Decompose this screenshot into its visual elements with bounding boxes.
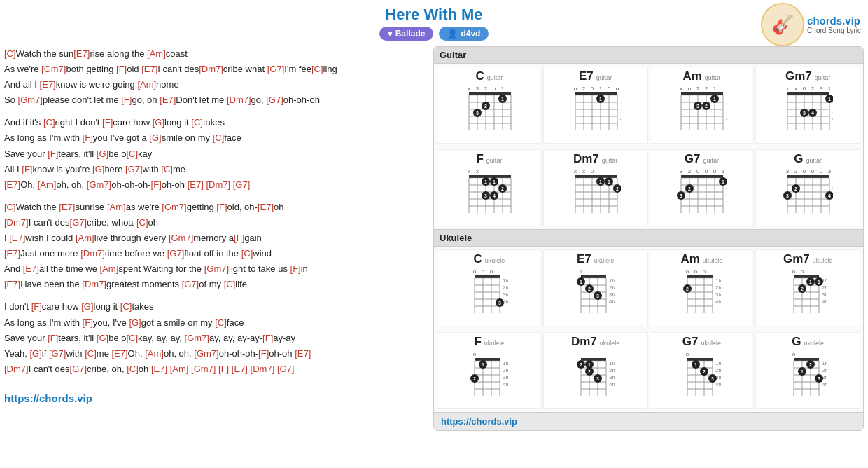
lyrics-line: I [E7]wish I could [Am]live through ever… xyxy=(4,230,426,246)
svg-text:2: 2 xyxy=(794,168,798,174)
lyric-text: So xyxy=(4,95,18,105)
svg-text:1fr: 1fr xyxy=(832,177,833,184)
svg-rect-361 xyxy=(794,358,819,361)
chord-am-diagram: x o 2 2 1 o xyxy=(676,83,727,141)
svg-text:4fr: 4fr xyxy=(832,198,833,205)
chord-inline: [C] xyxy=(161,164,173,174)
lyric-text: oh-oh xyxy=(162,179,188,190)
chord-inline: [G7] xyxy=(125,164,143,174)
lyric-text: go, xyxy=(251,95,267,105)
svg-rect-220 xyxy=(475,275,500,278)
chord-inline: [G] xyxy=(29,348,41,359)
lyrics-spacer xyxy=(4,193,426,200)
svg-rect-86 xyxy=(788,92,830,95)
lyric-text: in xyxy=(301,263,308,274)
svg-text:2: 2 xyxy=(696,85,700,92)
svg-text:1: 1 xyxy=(809,280,812,284)
svg-text:4fr: 4fr xyxy=(620,198,621,205)
svg-text:2: 2 xyxy=(616,186,619,191)
svg-text:2: 2 xyxy=(588,369,591,374)
lyric-text: Have been the xyxy=(20,279,82,289)
svg-text:2fr: 2fr xyxy=(715,367,721,373)
chord-inline: [Dm7] xyxy=(251,364,275,374)
svg-text:o: o xyxy=(694,268,698,275)
chord-inline: [F] xyxy=(48,149,58,159)
chord-c-diagram: x 3 2 o 1 o xyxy=(464,83,514,141)
lyric-text: me xyxy=(173,164,186,174)
svg-text:2: 2 xyxy=(582,85,585,92)
lyric-text: cribe, whoa- xyxy=(87,217,136,228)
svg-text:4fr: 4fr xyxy=(609,381,615,387)
svg-text:3: 3 xyxy=(786,168,790,174)
svg-text:2: 2 xyxy=(580,362,582,367)
svg-text:3fr: 3fr xyxy=(822,291,827,298)
chord-f-diagram: x x 1fr xyxy=(464,166,514,223)
chord-inline: [F] xyxy=(262,333,273,343)
chord-inline: [G7] xyxy=(277,364,295,374)
chord-inline: [E7] xyxy=(141,64,158,74)
svg-text:3fr: 3fr xyxy=(514,109,514,115)
svg-text:2fr: 2fr xyxy=(726,102,727,108)
svg-text:3fr: 3fr xyxy=(503,374,508,380)
svg-text:1: 1 xyxy=(608,179,610,184)
svg-text:0: 0 xyxy=(803,168,806,174)
svg-text:o: o xyxy=(473,351,477,357)
badges: ♥ Ballade 👤 d4vd xyxy=(0,27,868,41)
chord-inline: [Gm7] xyxy=(18,95,43,105)
svg-text:o: o xyxy=(686,351,690,357)
chord-inline: [E7] xyxy=(160,95,176,105)
lyrics-line: [Dm7]I can't des[G7]cribe, whoa-[C]oh xyxy=(4,215,426,230)
svg-rect-139 xyxy=(575,175,617,178)
logo: 🎸 chords.vip Chord Song Lyric xyxy=(761,3,861,46)
svg-text:o: o xyxy=(510,85,513,92)
guitar-section-title: Guitar xyxy=(434,47,863,64)
svg-text:2: 2 xyxy=(473,376,476,381)
chord-inline: [Gm7] xyxy=(191,364,216,374)
logo-icon: 🎸 xyxy=(761,3,804,46)
svg-text:0: 0 xyxy=(607,85,610,92)
chord-inline: [G7] xyxy=(233,179,251,190)
lyric-text: And xyxy=(4,263,23,274)
chord-am-name: Am xyxy=(682,69,701,83)
svg-text:x: x xyxy=(476,168,479,174)
lyrics-spacer xyxy=(4,377,426,384)
svg-text:3fr: 3fr xyxy=(514,191,514,198)
lyric-text: care how xyxy=(113,117,152,128)
logo-subtitle: Chord Song Lyric xyxy=(807,27,861,34)
chord-inline: [Dm7] xyxy=(80,248,105,259)
svg-text:1: 1 xyxy=(713,85,717,92)
chord-e7-diagram: o 2 0 1 0 o xyxy=(570,83,621,141)
svg-rect-260 xyxy=(687,275,713,278)
lyrics-line: [E7]Just one more [Dm7]time before we [G… xyxy=(4,246,426,261)
chord-gm7-guitar: Gm7 guitar x x 0 2 3 1 xyxy=(755,67,860,144)
lyric-text: Yeah, xyxy=(4,348,29,359)
guitar-chords-row2: F guitar x x xyxy=(434,146,863,229)
chord-inline: [F] xyxy=(31,301,42,312)
svg-text:4fr: 4fr xyxy=(832,116,833,122)
lyrics-line: As long as I'm with [F]you, I've [G]got … xyxy=(4,315,426,331)
lyric-text: you I've got a xyxy=(93,132,150,143)
svg-rect-110 xyxy=(469,175,511,178)
lyric-text: be o xyxy=(108,333,126,343)
lyric-text: greatest moments xyxy=(106,279,182,289)
lyric-text: oh xyxy=(139,364,151,374)
lyric-text: home xyxy=(156,79,179,90)
svg-text:1: 1 xyxy=(501,85,505,92)
chord-inline: [Dm7] xyxy=(4,217,29,228)
chord-inline: [C] xyxy=(191,117,203,128)
lyric-text: cribe, oh, xyxy=(87,364,127,374)
ukulele-section-title: Ukulele xyxy=(434,229,863,247)
lyrics-panel: [C]Watch the sun[E7]rise along the [Am]c… xyxy=(4,46,426,431)
svg-text:2fr: 2fr xyxy=(503,367,508,373)
svg-text:3: 3 xyxy=(498,301,501,305)
lyric-text: All I xyxy=(4,164,22,174)
lyric-text: with xyxy=(143,164,162,174)
svg-text:3: 3 xyxy=(596,294,599,298)
lyric-text: I can't des xyxy=(158,64,199,74)
svg-text:4fr: 4fr xyxy=(609,298,615,305)
lyrics-line: Yeah, [G]if [G7]with [C]me [E7]Oh, [Am]o… xyxy=(4,346,426,362)
chord-inline: [Am] xyxy=(100,263,119,274)
svg-text:o: o xyxy=(722,85,725,92)
svg-text:x: x xyxy=(582,168,585,174)
chord-dm7-diagram: x x 0 1f xyxy=(570,166,621,223)
